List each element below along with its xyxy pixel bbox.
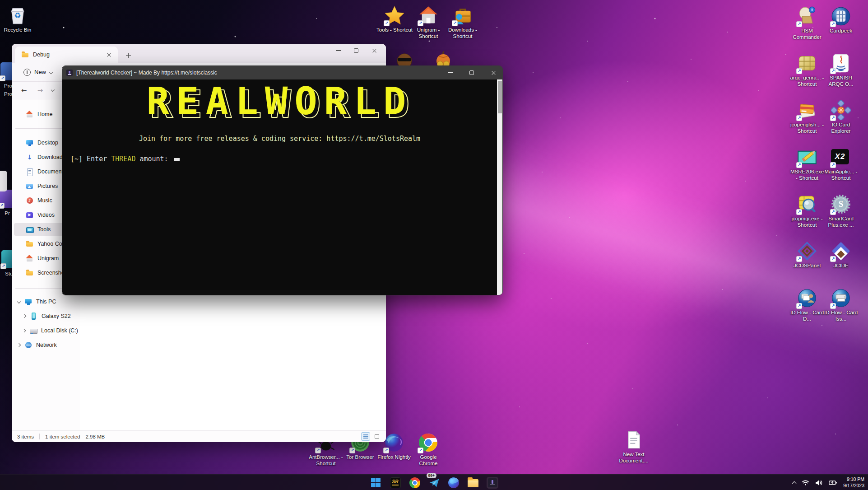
console-close-button[interactable] [484, 67, 502, 79]
taskbar-item-telegram[interactable]: 99+ [428, 477, 440, 489]
wifi-icon[interactable] [802, 480, 809, 486]
console-window: [Therealworld Checker] ~ Made By https:/… [62, 65, 503, 295]
sidebar-item-label: Galaxy S22 [42, 313, 71, 319]
desktop-icon-io-card-explorer[interactable]: ↗ IO Card Explorer [824, 100, 858, 134]
desktop-icon-mainapplication[interactable]: X2 ↗ MainApplic... - Shortcut [824, 147, 858, 181]
shortcut-arrow-icon: ↗ [383, 448, 389, 453]
hsm-commander-icon: ↗ [797, 6, 817, 26]
desktop-icon-jcide[interactable]: ↗ JCIDE [824, 241, 858, 269]
new-button[interactable]: New [20, 66, 56, 79]
desktop-icon-unigram-shortcut[interactable]: ↗ Unigram - Shortcut [409, 5, 448, 39]
desktop-icon-label: Unigram - Shortcut [409, 27, 448, 39]
prompt-amount: amount: [139, 155, 168, 163]
desktop-icon-spanish-arqc[interactable]: ↗ SPANISH ARQC O... [824, 53, 858, 87]
sidebar-item-label: Home [37, 111, 52, 117]
taskbar-item-file-explorer[interactable] [467, 477, 479, 489]
telegram-icon [429, 477, 440, 488]
desktop-icon-arqc-genra[interactable]: ↗ arqc_genra... - Shortcut [790, 53, 824, 87]
desktop-icon-downloads-shortcut[interactable]: ↗ Downloads - Shortcut [443, 5, 482, 39]
sidebar-item-galaxy-s22[interactable]: Galaxy S22 [14, 310, 78, 322]
scrollbar-thumb[interactable] [498, 81, 502, 113]
sidebar-item-network[interactable]: Network [14, 339, 78, 351]
shortcut-arrow-icon: ↗ [796, 68, 802, 74]
desktop-icon-label: Downloads - Shortcut [443, 27, 482, 39]
desktop-icon-smartcard-plus[interactable]: S ↗ SmartCard Plus.exe ... [824, 194, 858, 228]
explorer-tab-debug[interactable]: Debug [15, 47, 118, 63]
chevron-right-icon[interactable] [23, 329, 26, 332]
sidebar-item-local-disk-c[interactable]: Local Disk (C:) [14, 324, 78, 337]
desktop-icon-label: Google Chrome [411, 454, 446, 467]
maximize-button[interactable] [347, 45, 365, 56]
shortcut-arrow-icon: ↗ [452, 20, 458, 26]
console-app-icon [488, 478, 497, 487]
status-size: 2.98 MB [85, 434, 105, 439]
recent-locations-button[interactable] [51, 88, 55, 92]
desktop-icon-label: SPANISH ARQC O... [824, 75, 858, 87]
taskbar-item-console-active[interactable] [487, 477, 498, 489]
new-button-label: New [34, 69, 46, 75]
star-icon: ↗ [385, 5, 404, 25]
desktop-icon-label: Tools - Shortcut [376, 27, 413, 33]
desktop-icon-jcospanel[interactable]: ↗ JCOSPanel [790, 241, 824, 269]
console-titlebar[interactable]: [Therealworld Checker] ~ Made By https:/… [62, 66, 502, 79]
chevron-right-icon[interactable] [17, 343, 21, 347]
tray-overflow-chevron[interactable] [792, 481, 797, 485]
status-selection: 1 item selected [45, 434, 80, 439]
chevron-down-icon[interactable] [17, 300, 21, 303]
desktop-icon-jcopenglish[interactable]: ↗ jcopenglish... - Shortcut [790, 100, 824, 134]
chip-icon: ↗ [797, 53, 817, 73]
sidebar-item-label: Unigram [37, 255, 59, 261]
desktop-icon-label: Cardpeek [830, 28, 852, 34]
desktop-icon-hsm-commander[interactable]: ↗ HSM Commander [790, 6, 824, 40]
desktop-icon-new-text-document[interactable]: New Text Document.... [617, 430, 651, 464]
phone-icon [30, 313, 37, 320]
folder-icon [468, 479, 478, 487]
details-view-icon [363, 434, 368, 439]
desktop-icon-cardpeek[interactable]: ↗ Cardpeek [824, 6, 858, 34]
folder-icon [26, 269, 33, 277]
desktop-icon [26, 139, 33, 147]
desktop-icon-idflow-issue[interactable]: ↗ ID Flow - Card Iss... [824, 288, 858, 322]
console-maximize-button[interactable] [463, 67, 481, 79]
close-button[interactable] [365, 45, 383, 56]
desktop-icon-recycle-bin[interactable]: ♻ Recycle Bin [0, 5, 35, 33]
console-scrollbar[interactable] [497, 79, 502, 295]
large-icons-view-button[interactable] [372, 432, 381, 441]
minimize-button[interactable] [329, 45, 347, 56]
taskbar-item-sr-app[interactable]: SR [390, 477, 401, 489]
volume-icon[interactable] [815, 480, 823, 486]
explorer-status-bar: 3 items 1 item selected 2.98 MB [12, 430, 386, 442]
io-card-explorer-icon: ↗ [831, 100, 851, 120]
back-button[interactable]: ← [19, 86, 29, 94]
shortcut-arrow-icon: ↗ [830, 256, 836, 262]
desktop-icon-msre206[interactable]: ↗ MSRE206.exe - Shortcut [790, 147, 824, 181]
desktop-icon-tools-shortcut[interactable]: ↗ Tools - Shortcut [375, 5, 414, 33]
tab-close-button[interactable] [104, 50, 113, 59]
picture-icon [26, 182, 33, 190]
console-minimize-button[interactable] [441, 67, 459, 79]
taskbar-item-chrome[interactable] [409, 477, 421, 489]
desktop-icon-google-chrome[interactable]: ↗ Google Chrome [411, 433, 446, 467]
start-button[interactable] [370, 477, 382, 489]
console-output-area[interactable]: REALWORLDREALWORLD Join for more free re… [62, 79, 502, 295]
new-tab-button[interactable] [122, 49, 134, 61]
explorer-tabbar[interactable]: Debug [12, 44, 386, 63]
plus-icon [23, 69, 31, 76]
console-prompt-line: [~]EnterTHREADamount: [70, 155, 180, 163]
sidebar-item-label: Music [37, 197, 52, 204]
shortcut-arrow-icon: ↗ [796, 21, 802, 27]
taskbar-clock[interactable]: 9:10 PM 9/17/2023 [843, 476, 864, 489]
sidebar-item-this-pc[interactable]: This PC [14, 295, 78, 308]
firefox-nightly-icon: ↗ [384, 433, 404, 453]
music-icon: ♪ [26, 197, 33, 205]
details-view-button[interactable] [361, 432, 370, 441]
desktop-icon-idflow-design[interactable]: ↗ ID Flow - Card D... [790, 288, 824, 322]
taskbar-item-firefox[interactable] [448, 477, 460, 489]
forward-button[interactable]: → [35, 86, 45, 94]
x2-icon: X2 ↗ [831, 147, 851, 167]
desktop-icon-jcopmgr[interactable]: ↗ jcopmgr.exe - Shortcut [790, 194, 824, 228]
sidebar-item-label: Videos [37, 212, 55, 218]
chevron-right-icon[interactable] [23, 314, 26, 318]
battery-charging-icon[interactable] [829, 480, 837, 486]
jcospanel-icon: ↗ [797, 241, 817, 261]
